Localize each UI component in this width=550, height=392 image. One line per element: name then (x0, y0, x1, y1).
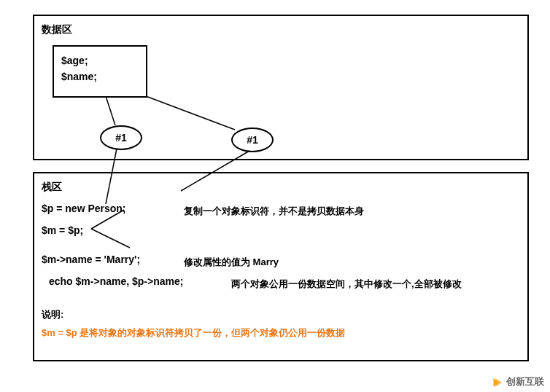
code-line-2: $m = $p; (42, 224, 83, 236)
variable-box: $age; $name; (53, 45, 147, 98)
code-line-3: $m->name = 'Marry'; (42, 254, 140, 265)
var-line-1: $age; (61, 52, 139, 68)
stack-area-title: 栈区 (42, 181, 520, 194)
object-id-bubble-1: #1 (100, 125, 142, 150)
code-line-1: $p = new Person; (42, 203, 126, 214)
stack-area-panel: 栈区 $p = new Person; $m = $p; $m->name = … (33, 172, 529, 361)
annotation-1: 复制一个对象标识符，并不是拷贝数据本身 (184, 205, 364, 218)
annotation-3: 修改属性的值为 Marry (184, 256, 279, 269)
data-area-title: 数据区 (42, 23, 520, 36)
watermark-text: 创新互联 (506, 376, 544, 387)
var-line-2: $name; (61, 68, 139, 85)
data-area-panel: 数据区 $age; $name; #1 #1 (33, 15, 529, 160)
explain-label: 说明: (42, 308, 63, 321)
object-id-bubble-2: #1 (231, 128, 274, 152)
watermark: 创新互联 (490, 375, 544, 389)
watermark-logo-icon (490, 376, 503, 389)
annotation-4: 两个对象公用一份数据空间，其中修改一个,全部被修改 (231, 278, 462, 291)
explain-content: $m = $p 是将对象的对象标识符拷贝了一份，但两个对象仍公用一份数据 (42, 326, 345, 340)
code-line-4: echo $m->name, $p->name; (49, 275, 183, 287)
